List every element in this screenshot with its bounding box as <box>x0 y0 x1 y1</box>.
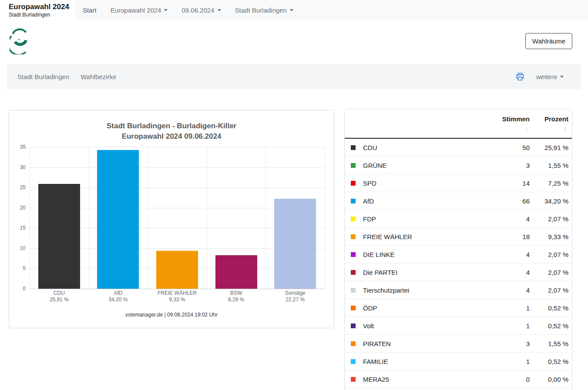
party-name: FREIE WÄHLER <box>363 233 485 240</box>
party-percent: 1,55 % <box>530 162 568 169</box>
chart-title-line2: Europawahl 2024 09.06.2024 <box>9 131 334 142</box>
party-name: Volt <box>363 322 485 330</box>
party-percent: 0,00 % <box>530 376 568 383</box>
results-table-card: Stimmen ↓ Prozent ↓ CDU5025,91 %GRÜNE31,… <box>344 109 572 390</box>
wahlraeume-button[interactable]: Wahlräume <box>525 33 572 49</box>
table-row: SPD147,25 % <box>345 174 572 192</box>
chart-bar-FREIE WÄHLER[interactable] <box>156 251 198 289</box>
party-percent: 7,25 % <box>530 180 568 187</box>
party-color-swatch <box>351 359 356 364</box>
table-row: FAMILIE10,52 % <box>345 353 572 370</box>
table-row: CDU5025,91 % <box>345 139 572 157</box>
table-header: Stimmen ↓ Prozent ↓ <box>345 109 572 139</box>
nav-item-europawahl[interactable]: Europawahl 2024 <box>111 7 168 14</box>
breadcrumb-bar: Stadt Burladingen Wahlbezirke weitere <box>7 64 581 89</box>
table-row: ÖDP10,52 % <box>345 299 572 317</box>
party-color-swatch <box>351 234 356 239</box>
chart-credit: votemanager.de | 09.06.2024 19:02 Uhr <box>9 312 334 318</box>
y-axis-tick-label: 5 <box>23 265 26 271</box>
toolbar-right: weitere <box>515 72 564 81</box>
table-row: Tierschutzpartei42,07 % <box>345 281 572 299</box>
party-votes: 18 <box>485 233 530 240</box>
party-color-swatch <box>351 252 356 257</box>
table-body: CDU5025,91 %GRÜNE31,55 %SPD147,25 %AfD66… <box>345 139 572 388</box>
party-name: DIE LINKE <box>363 251 485 258</box>
printer-icon <box>515 72 525 81</box>
municipality-logo[interactable] <box>10 27 30 56</box>
party-name: FAMILIE <box>363 358 485 365</box>
party-name: MERA25 <box>363 376 485 383</box>
table-row: MERA2500,00 % <box>345 370 572 388</box>
party-votes: 4 <box>485 215 530 223</box>
column-header-stimmen: Stimmen ↓ <box>485 115 530 132</box>
logo-icon <box>10 27 30 54</box>
x-gridline <box>207 147 207 289</box>
x-axis-percent: 25,91 % <box>30 297 89 303</box>
party-color-swatch <box>351 341 356 346</box>
y-gridline <box>30 167 325 168</box>
more-dropdown[interactable]: weitere <box>536 73 564 80</box>
party-color-swatch <box>351 377 356 382</box>
brand-subtitle: Stadt Burladingen <box>9 12 75 18</box>
stimmen-header-label[interactable]: Stimmen <box>502 115 530 123</box>
y-axis-tick-label: 15 <box>20 225 26 231</box>
sort-descending-icon[interactable]: ↓ <box>525 125 530 132</box>
nav-item-date[interactable]: 09.06.2024 <box>181 7 221 14</box>
prozent-header-label[interactable]: Prozent <box>544 115 568 123</box>
party-percent: 0,52 % <box>530 304 568 312</box>
nav-item-stadt[interactable]: Stadt Burladingen <box>235 7 293 14</box>
party-name: Tierschutzpartei <box>363 287 485 294</box>
party-votes: 50 <box>485 144 530 151</box>
breadcrumb-item-stadt[interactable]: Stadt Burladingen <box>17 73 69 80</box>
sort-descending-icon[interactable]: ↓ <box>564 125 569 132</box>
y-gridline <box>30 147 325 147</box>
party-percent: 2,07 % <box>530 269 568 276</box>
party-percent: 34,20 % <box>530 197 568 205</box>
column-header-prozent: Prozent ↓ <box>530 115 568 132</box>
x-gridline <box>148 147 148 289</box>
party-name: CDU <box>363 144 485 151</box>
table-row: FREIE WÄHLER189,33 % <box>345 228 572 246</box>
chart-bar-CDU[interactable] <box>38 184 80 289</box>
party-percent: 9,33 % <box>530 233 568 240</box>
party-percent: 25,91 % <box>530 144 568 151</box>
y-axis-tick-label: 0 <box>23 286 26 292</box>
party-name: GRÜNE <box>363 162 485 169</box>
nav-item-europawahl-label: Europawahl 2024 <box>111 7 161 14</box>
results-chart-card: Stadt Burladingen - Burladigen-Killer Eu… <box>9 110 334 328</box>
x-axis-label: Sonstige22,27 % <box>265 290 325 303</box>
party-votes: 3 <box>485 340 530 347</box>
party-color-swatch <box>351 181 356 186</box>
chart-x-labels: CDU25,91 %AfD34,20 %FREIE WÄHLER9,33 %BS… <box>30 290 325 307</box>
more-dropdown-label: weitere <box>536 73 557 80</box>
x-axis-percent: 22,27 % <box>265 297 325 303</box>
party-votes: 1 <box>485 304 530 312</box>
x-axis-category: CDU <box>30 290 89 297</box>
party-color-swatch <box>351 323 356 328</box>
table-row: PIRATEN31,55 % <box>345 335 572 353</box>
party-percent: 0,52 % <box>530 358 568 365</box>
x-axis-label: AfD34,20 % <box>89 290 148 303</box>
y-axis-tick-label: 10 <box>20 245 26 251</box>
chart-bar-AfD[interactable] <box>97 150 139 289</box>
y-axis-tick-label: 25 <box>20 184 26 190</box>
party-votes: 14 <box>485 180 530 187</box>
x-gridline <box>325 147 325 289</box>
y-axis-tick-label: 30 <box>20 164 26 170</box>
breadcrumb-item-wahlbezirke[interactable]: Wahlbezirke <box>81 73 116 80</box>
chart-bar-Sonstige[interactable] <box>274 199 316 289</box>
party-color-swatch <box>351 145 356 150</box>
y-axis-tick-label: 20 <box>20 205 26 211</box>
table-row: Volt10,52 % <box>345 317 572 335</box>
chart-title-line1: Stadt Burladingen - Burladigen-Killer <box>9 121 334 131</box>
print-button[interactable] <box>515 72 525 81</box>
table-row: GRÜNE31,55 % <box>345 157 572 174</box>
top-navbar: Start Europawahl 2024 09.06.2024 Stadt B… <box>0 0 588 20</box>
brand-block[interactable]: Europawahl 2024 Stadt Burladingen <box>0 0 75 21</box>
party-percent: 2,07 % <box>530 251 568 258</box>
table-row: FDP42,07 % <box>345 210 572 228</box>
x-axis-percent: 9,33 % <box>148 297 207 303</box>
nav-item-start[interactable]: Start <box>83 7 97 14</box>
x-axis-category: BSW <box>207 290 266 297</box>
chart-bar-BSW[interactable] <box>215 255 257 289</box>
